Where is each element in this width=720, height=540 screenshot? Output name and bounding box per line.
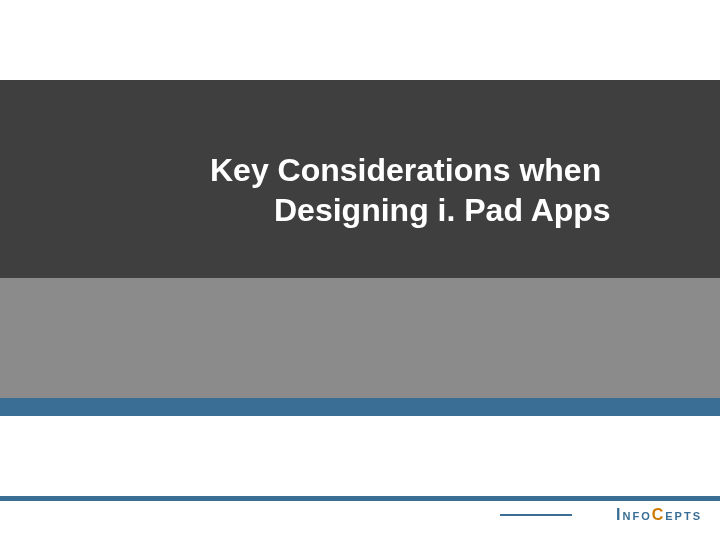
- brand-logo-accent: C: [652, 506, 666, 524]
- brand-logo-part3: epts: [665, 506, 702, 524]
- brand-logo: InfoCepts: [616, 506, 702, 524]
- brand-logo-part1: Info: [616, 506, 652, 524]
- slide-title-line2: Designing i. Pad Apps: [210, 190, 690, 230]
- background-grey-band: [0, 278, 720, 398]
- slide-title-line1: Key Considerations when: [210, 150, 690, 190]
- background-blue-band: [0, 398, 720, 416]
- footer-short-rule: [500, 514, 572, 516]
- footer-rule: [0, 496, 720, 501]
- slide-title: Key Considerations when Designing i. Pad…: [210, 150, 690, 230]
- slide-container: Key Considerations when Designing i. Pad…: [0, 0, 720, 540]
